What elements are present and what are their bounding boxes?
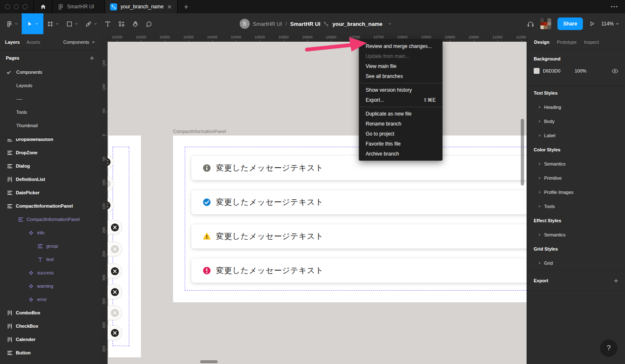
maximize-window-icon[interactable] (23, 4, 28, 9)
remove-chip-icon[interactable] (110, 309, 119, 317)
user-avatar[interactable] (540, 18, 551, 29)
tag-chip[interactable] (108, 325, 122, 340)
tag-chip[interactable] (108, 220, 122, 235)
tab-smarthr-ui[interactable]: SmartHR UI (53, 0, 105, 13)
tab-layers[interactable]: Layers (5, 40, 20, 45)
text-tool-button[interactable] (101, 13, 115, 34)
layer-row-group[interactable]: group (0, 239, 100, 253)
message-card-success[interactable]: 変更したメッセージテキスト (191, 190, 527, 214)
menu-item-export[interactable]: Export...⇧⌘E (359, 95, 442, 105)
layer-row-checkbox[interactable]: CheckBox (0, 319, 100, 333)
present-play-icon[interactable] (589, 21, 595, 27)
add-export-icon[interactable] (614, 279, 618, 283)
page-item-layouts[interactable]: Layouts (0, 79, 100, 92)
layer-row-info[interactable]: info (0, 226, 100, 239)
close-window-icon[interactable] (5, 4, 10, 9)
frame-tool-button[interactable] (43, 13, 63, 34)
menu-item-view-main-file[interactable]: View main file (359, 61, 442, 71)
page-item-thumbnail[interactable]: Thumbnail (0, 119, 100, 132)
layer-row-dialog[interactable]: Dialog (0, 159, 100, 173)
comment-tool-button[interactable] (142, 13, 156, 34)
remove-chip-icon[interactable] (110, 288, 119, 296)
pen-tool-button[interactable] (82, 13, 101, 34)
menu-item-rename-branch[interactable]: Rename branch (359, 119, 442, 129)
page-item-components[interactable]: Components (0, 65, 100, 79)
style-item-semantics[interactable]: Semantics (527, 157, 625, 171)
tab-prototype[interactable]: Prototype (557, 40, 577, 45)
remove-chip-icon[interactable] (110, 329, 119, 337)
layer-row-definitionlist[interactable]: DefinitionList (0, 173, 100, 186)
close-tab-icon[interactable] (167, 4, 172, 10)
style-item-heading[interactable]: Heading (527, 100, 625, 114)
tag-chip[interactable] (108, 305, 122, 320)
move-tool-button[interactable] (22, 13, 43, 34)
frame-title[interactable]: CompactInformationPanel (173, 129, 226, 134)
tag-chip[interactable] (108, 264, 122, 279)
style-item-tools[interactable]: Tools (527, 199, 625, 213)
style-item-primitive[interactable]: Primitive (527, 171, 625, 185)
layer-row-button[interactable]: Button (0, 346, 100, 359)
share-button[interactable]: Share (557, 18, 583, 30)
remove-chip-icon[interactable] (110, 267, 119, 276)
help-button[interactable]: ? (600, 339, 617, 357)
shape-tool-button[interactable] (63, 13, 82, 34)
resources-button[interactable] (115, 13, 128, 34)
remove-chip-icon[interactable] (108, 158, 111, 166)
tag-chip[interactable] (108, 241, 122, 256)
layer-row-dropzone[interactable]: DropZone (0, 146, 100, 159)
vertical-scrollbar[interactable] (521, 119, 524, 186)
window-more-menu-button[interactable] (603, 0, 625, 13)
background-opacity-value[interactable]: 100% (575, 68, 586, 73)
layer-row-compactinformationpanel[interactable]: CompactInformationPanel (0, 199, 100, 213)
style-item-profile-images[interactable]: Profile Images (527, 185, 625, 199)
layer-row-success[interactable]: success (0, 266, 100, 279)
visibility-eye-icon[interactable] (612, 69, 618, 73)
menu-item-duplicate-as-new-file[interactable]: Duplicate as new file (359, 109, 442, 119)
minimize-window-icon[interactable] (14, 4, 19, 9)
layer-row-error[interactable]: error (0, 293, 100, 306)
layer-row-text[interactable]: text (0, 253, 100, 266)
horizontal-scrollbar[interactable] (200, 360, 218, 363)
layer-row-combobox[interactable]: ComboBox (0, 306, 100, 319)
menu-item-archive-branch[interactable]: Archive branch (359, 149, 442, 159)
tab-inspect[interactable]: Inspect (584, 40, 599, 45)
add-page-icon[interactable] (90, 56, 94, 60)
layer-row-dropdownbutton[interactable]: DropdownButton (0, 138, 100, 146)
breadcrumb-project[interactable]: SmartHR UI (253, 21, 282, 27)
menu-item-go-to-project[interactable]: Go to project (359, 129, 442, 139)
page-selector[interactable]: Components (63, 40, 95, 45)
new-tab-button[interactable] (178, 0, 194, 13)
breadcrumb-file[interactable]: SmartHR UI (290, 21, 320, 27)
remove-chip-icon[interactable] (110, 245, 119, 254)
menu-item-favorite-this-file[interactable]: Favorite this file (359, 139, 442, 149)
home-button[interactable] (33, 0, 53, 13)
canvas[interactable]: CompactInformationPanel 変更したメッセージテキスト変更し… (108, 34, 527, 364)
style-item-grid[interactable]: Grid (527, 256, 625, 270)
tab-your-branch-name[interactable]: your_branch_name (105, 0, 178, 13)
page-item-tools[interactable]: Tools (0, 105, 100, 119)
hand-tool-button[interactable] (128, 13, 142, 34)
layer-row-compactinformationpanel[interactable]: CompactInformationPanel (0, 213, 100, 226)
color-swatch[interactable] (534, 68, 540, 74)
background-hex-value[interactable]: D6D3D0 (543, 68, 560, 73)
export-section-header[interactable]: Export (527, 271, 625, 291)
zoom-level-control[interactable]: 114% (601, 21, 619, 27)
tab-design[interactable]: Design (534, 40, 550, 45)
remove-chip-icon[interactable] (108, 201, 111, 210)
layer-row-calender[interactable]: Calender (0, 333, 100, 346)
remove-chip-icon[interactable] (110, 223, 119, 232)
file-menu-chevron-icon[interactable] (388, 22, 392, 25)
message-card-error[interactable]: 変更したメッセージテキスト (191, 259, 527, 283)
tab-assets[interactable]: Assets (26, 40, 40, 45)
style-item-semantics[interactable]: Semantics (527, 228, 625, 242)
menu-item-see-all-branches[interactable]: See all branches (359, 71, 442, 81)
remove-chip-icon[interactable] (108, 179, 111, 188)
layer-row-datepicker[interactable]: DatePicker (0, 186, 100, 199)
style-item-label[interactable]: Label (527, 128, 625, 143)
window-controls[interactable] (0, 0, 33, 13)
audio-headphones-icon[interactable] (527, 20, 534, 28)
page-item-----[interactable]: ---- (0, 92, 100, 105)
style-item-body[interactable]: Body (527, 114, 625, 128)
menu-item-review-and-merge-changes[interactable]: Review and merge changes... (359, 41, 442, 51)
menu-item-show-version-history[interactable]: Show version history (359, 85, 442, 95)
